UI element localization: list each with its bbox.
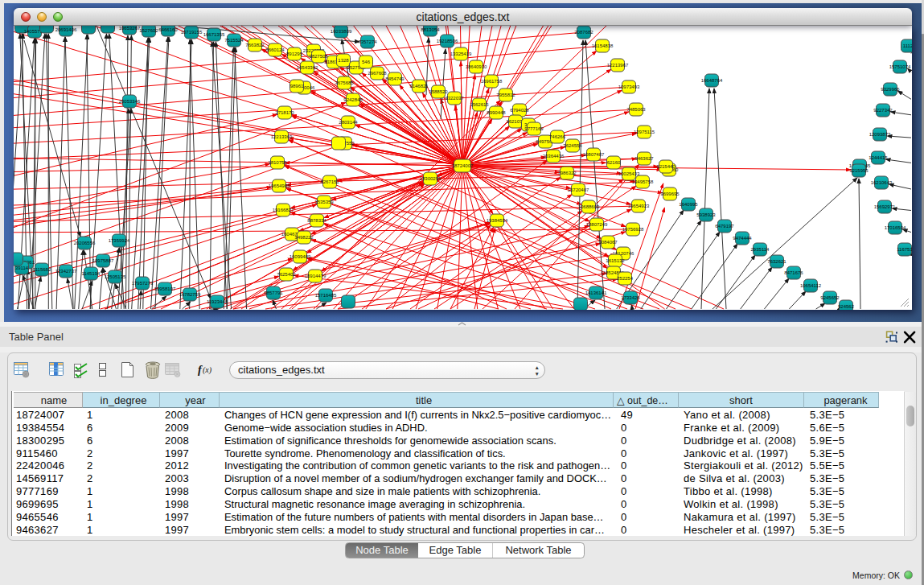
svg-text:1328: 1328 [338, 58, 349, 63]
svg-text:1115682: 1115682 [33, 267, 51, 272]
svg-text:7357274: 7357274 [358, 39, 377, 44]
svg-text:13325419: 13325419 [450, 51, 472, 56]
svg-text:2718170: 2718170 [275, 110, 294, 115]
svg-text:3624554: 3624554 [563, 143, 582, 148]
svg-text:7955812: 7955812 [496, 93, 515, 97]
svg-text:16543362: 16543362 [297, 65, 318, 70]
svg-text:1733426: 1733426 [621, 295, 640, 300]
svg-text:9474444: 9474444 [733, 236, 752, 241]
svg-text:18807249: 18807249 [586, 222, 608, 227]
svg-text:9857791: 9857791 [264, 290, 283, 295]
svg-text:20691406: 20691406 [55, 27, 77, 32]
svg-text:10958107: 10958107 [154, 286, 176, 291]
svg-text:20364436: 20364436 [543, 154, 565, 159]
svg-text:16648764: 16648764 [701, 78, 723, 83]
svg-text:1112: 1112 [903, 43, 912, 48]
svg-text:20206556: 20206556 [74, 241, 96, 245]
svg-text:5938923: 5938923 [696, 212, 716, 217]
svg-text:6322037: 6322037 [445, 96, 464, 101]
svg-text:9146821: 9146821 [409, 84, 429, 89]
svg-text:7663822: 7663822 [245, 43, 265, 47]
svg-text:16961758: 16961758 [481, 79, 503, 84]
svg-text:62160: 62160 [607, 160, 621, 165]
svg-text:8267151: 8267151 [320, 179, 339, 184]
svg-text:10719155: 10719155 [181, 30, 203, 35]
svg-text:19384554: 19384554 [487, 218, 508, 223]
svg-text:19756928: 19756928 [622, 227, 644, 232]
svg-text:2967608: 2967608 [368, 71, 387, 76]
svg-text:12505135: 12505135 [105, 274, 126, 279]
svg-text:16914479: 16914479 [305, 274, 326, 278]
svg-text:10975887: 10975887 [92, 258, 114, 263]
svg-text:19218506: 19218506 [437, 39, 458, 43]
svg-text:9245652: 9245652 [820, 295, 840, 300]
svg-text:3675685: 3675685 [335, 80, 354, 85]
svg-text:9463627: 9463627 [634, 156, 654, 161]
svg-text:12975115: 12975115 [634, 130, 655, 134]
svg-text:16033809: 16033809 [331, 29, 352, 34]
svg-text:16782759: 16782759 [179, 292, 201, 297]
svg-text:12093873: 12093873 [869, 132, 891, 137]
svg-text:7485063: 7485063 [626, 107, 646, 112]
svg-text:12342737: 12342737 [55, 269, 77, 274]
svg-text:17359924: 17359924 [109, 238, 130, 243]
svg-text:16671355: 16671355 [203, 32, 225, 37]
svg-text:13495758: 13495758 [632, 179, 654, 184]
svg-text:18300295: 18300295 [420, 176, 441, 181]
svg-text:6794028: 6794028 [510, 108, 529, 113]
svg-text:9329966: 9329966 [881, 87, 900, 92]
svg-text:19166827: 19166827 [273, 208, 294, 212]
svg-text:39114: 39114 [15, 266, 29, 270]
svg-text:8813054: 8813054 [421, 27, 440, 32]
svg-text:18724007: 18724007 [452, 163, 474, 168]
svg-text:15716485: 15716485 [315, 293, 337, 298]
svg-text:1527602: 1527602 [139, 28, 158, 33]
svg-text:1588520: 1588520 [429, 89, 448, 94]
svg-text:746266: 746266 [549, 134, 566, 139]
svg-text:9084067: 9084067 [598, 240, 618, 245]
svg-text:15720407: 15720407 [568, 187, 589, 192]
svg-text:10654112: 10654112 [800, 283, 822, 288]
svg-text:6479197: 6479197 [715, 224, 734, 229]
svg-text:9777169: 9777169 [524, 126, 544, 131]
svg-text:17016504: 17016504 [885, 225, 906, 230]
svg-text:15692971: 15692971 [874, 204, 896, 209]
svg-text:17957273: 17957273 [132, 281, 154, 286]
svg-text:252254: 252254 [617, 276, 634, 281]
svg-text:891295: 891295 [286, 51, 303, 56]
svg-text:15751074: 15751074 [889, 64, 911, 69]
svg-text:20053346: 20053346 [119, 99, 141, 104]
svg-text:18640910: 18640910 [466, 64, 487, 69]
svg-text:1535359: 1535359 [314, 200, 334, 204]
svg-text:9827508: 9827508 [309, 54, 328, 59]
svg-text:12213967: 12213967 [607, 63, 629, 68]
svg-text:19654923: 19654923 [628, 204, 650, 208]
svg-text:8660124: 8660124 [265, 47, 285, 52]
svg-text:8990448: 8990448 [487, 110, 506, 115]
svg-text:3498222: 3498222 [294, 235, 314, 240]
svg-text:16154838: 16154838 [592, 43, 614, 48]
svg-text:1640995: 1640995 [679, 202, 698, 207]
svg-text:1244415: 1244415 [869, 155, 888, 160]
svg-text:16099489: 16099489 [290, 254, 311, 259]
svg-text:6466160: 6466160 [158, 27, 178, 32]
svg-text:2935114: 2935114 [751, 247, 770, 252]
svg-text:9242848: 9242848 [343, 97, 363, 102]
svg-text:14136141: 14136141 [585, 290, 607, 295]
svg-text:1615132: 1615132 [606, 258, 625, 263]
svg-text:1145194: 1145194 [82, 271, 101, 276]
svg-text:9227342: 9227342 [873, 108, 893, 113]
svg-text:10807487: 10807487 [583, 152, 605, 157]
svg-text:10653267: 10653267 [119, 26, 141, 31]
svg-text:9699695: 9699695 [660, 192, 680, 196]
svg-text:546: 546 [362, 60, 371, 64]
svg-text:7632621: 7632621 [767, 259, 786, 264]
svg-text:924562: 924562 [838, 304, 855, 309]
svg-text:3215955: 3215955 [849, 168, 869, 173]
svg-text:10025433: 10025433 [618, 171, 640, 176]
svg-text:1562615: 1562615 [470, 102, 489, 107]
svg-text:2803144: 2803144 [339, 120, 358, 125]
svg-text:9215440: 9215440 [656, 164, 676, 169]
svg-text:7515524: 7515524 [224, 38, 244, 43]
svg-text:8471676: 8471676 [784, 270, 803, 275]
